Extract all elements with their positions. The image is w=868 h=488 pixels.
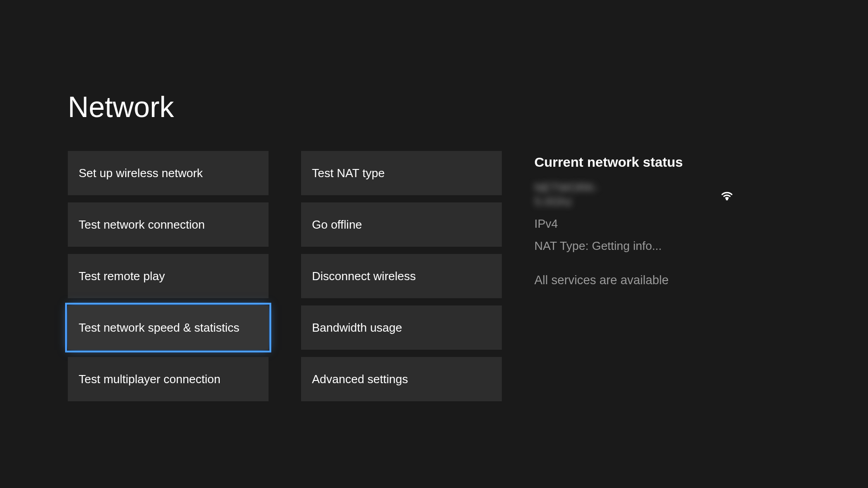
nat-type-text: NAT Type: Getting info...: [534, 239, 734, 253]
status-title: Current network status: [534, 155, 734, 170]
advanced-settings-button[interactable]: Advanced settings: [301, 357, 502, 401]
services-text: All services are available: [534, 273, 734, 287]
protocol-text: IPv4: [534, 217, 734, 231]
test-nat-button[interactable]: Test NAT type: [301, 151, 502, 195]
test-connection-button[interactable]: Test network connection: [68, 202, 269, 247]
test-remote-play-button[interactable]: Test remote play: [68, 254, 269, 298]
menu-column-1: Set up wireless network Test network con…: [68, 151, 269, 401]
setup-wireless-button[interactable]: Set up wireless network: [68, 151, 269, 195]
page-title: Network: [68, 90, 800, 124]
disconnect-wireless-button[interactable]: Disconnect wireless: [301, 254, 502, 298]
status-panel: Current network status NETWORK-5.0Ghz IP…: [534, 151, 734, 401]
go-offline-button[interactable]: Go offline: [301, 202, 502, 247]
test-multiplayer-button[interactable]: Test multiplayer connection: [68, 357, 269, 401]
bandwidth-usage-button[interactable]: Bandwidth usage: [301, 305, 502, 350]
test-speed-stats-button[interactable]: Test network speed & statistics: [68, 305, 269, 350]
ssid-text: NETWORK-5.0Ghz: [534, 181, 634, 209]
svg-point-0: [726, 199, 727, 200]
menu-column-2: Test NAT type Go offline Disconnect wire…: [301, 151, 502, 401]
wifi-icon: [720, 187, 734, 203]
